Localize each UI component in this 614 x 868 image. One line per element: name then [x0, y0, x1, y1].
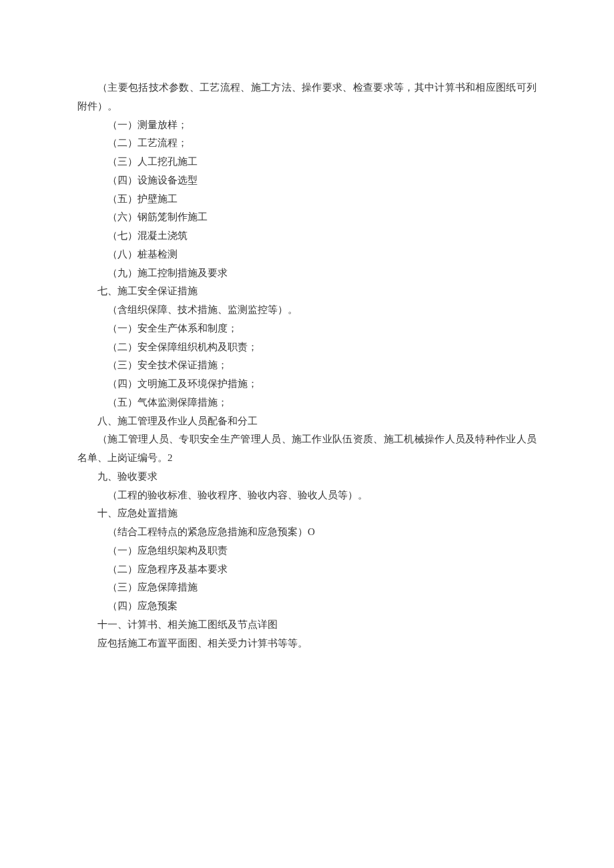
text-line: （四）文明施工及环境保护措施；	[77, 375, 537, 394]
text-line: （四）应急预案	[77, 597, 537, 616]
text-line: （七）混凝土浇筑	[77, 227, 537, 246]
text-line: （二）应急程序及基本要求	[77, 560, 537, 579]
text-line: （二）工艺流程；	[77, 134, 537, 153]
text-line: （三）人工挖孔施工	[77, 153, 537, 171]
text-line: （施工管理人员、专职安全生产管理人员、施工作业队伍资质、施工机械操作人员及特种作…	[77, 430, 537, 468]
text-line: 九、验收要求	[77, 468, 537, 486]
text-line: （一）应急组织架构及职责	[77, 542, 537, 560]
document-page: （主要包括技术参数、工艺流程、施工方法、操作要求、检查要求等，其中计算书和相应图…	[0, 0, 614, 868]
text-line: （五）气体监测保障措施；	[77, 394, 537, 412]
text-line: （含组织保障、技术措施、监测监控等）。	[77, 301, 537, 320]
text-line: 十一、计算书、相关施工图纸及节点详图	[77, 616, 537, 634]
text-line: （结合工程特点的紧急应急措施和应急预案）O	[77, 523, 537, 542]
text-line: （工程的验收标准、验收程序、验收内容、验收人员等）。	[77, 486, 537, 505]
text-line: 八、施工管理及作业人员配备和分工	[77, 412, 537, 431]
text-line: （三）应急保障措施	[77, 578, 537, 597]
text-line: （三）安全技术保证措施；	[77, 356, 537, 375]
text-line: （六）钢筋笼制作施工	[77, 208, 537, 227]
text-line: 应包括施工布置平面图、相关受力计算书等等。	[77, 634, 537, 653]
text-line: （四）设施设备选型	[77, 171, 537, 190]
text-line: （主要包括技术参数、工艺流程、施工方法、操作要求、检查要求等，其中计算书和相应图…	[77, 79, 537, 116]
text-line: （九）施工控制措施及要求	[77, 264, 537, 283]
text-line: （二）安全保障组织机构及职责；	[77, 338, 537, 357]
text-line: 十、应急处置措施	[77, 504, 537, 523]
text-line: （一）安全生产体系和制度；	[77, 320, 537, 338]
text-line: （八）桩基检测	[77, 246, 537, 264]
text-line: 七、施工安全保证措施	[77, 282, 537, 301]
text-line: （一）测量放样；	[77, 116, 537, 135]
text-line: （五）护壁施工	[77, 190, 537, 209]
